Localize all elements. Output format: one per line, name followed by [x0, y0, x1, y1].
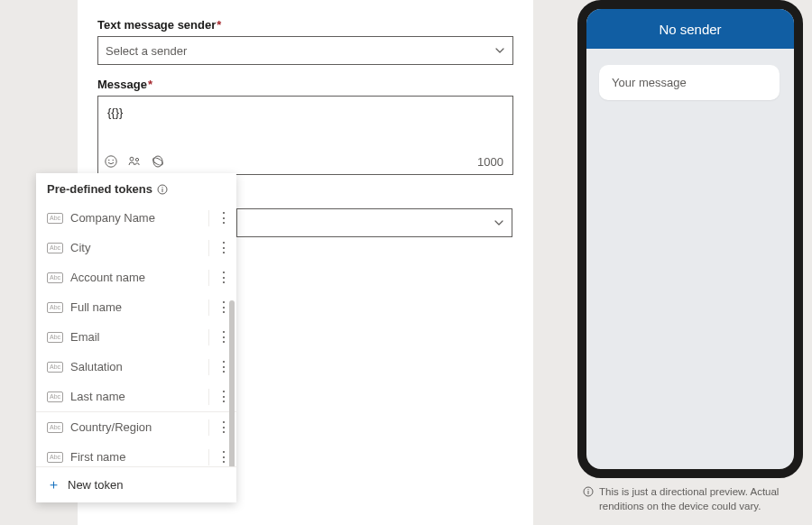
- token-item[interactable]: Abc Country/Region ⋮: [36, 412, 236, 442]
- token-label: Email: [70, 330, 205, 344]
- svg-point-4: [135, 158, 138, 161]
- token-label: Salutation: [70, 360, 205, 373]
- separator: [208, 299, 209, 316]
- sender-label: Text message sender*: [97, 18, 513, 32]
- info-icon: [583, 485, 594, 513]
- svg-rect-9: [162, 189, 163, 192]
- separator: [208, 270, 209, 286]
- phone-preview-panel: No sender Your message This is just a di…: [577, 0, 803, 513]
- token-label: Account name: [70, 271, 205, 284]
- text-type-icon: Abc: [47, 422, 63, 433]
- emoji-icon[interactable]: [104, 154, 118, 169]
- new-token-button[interactable]: ＋ New token: [36, 466, 236, 502]
- new-token-label: New token: [68, 478, 123, 492]
- separator: [208, 359, 209, 375]
- personalize-icon[interactable]: [127, 154, 142, 169]
- chevron-down-icon: [494, 45, 505, 56]
- token-item[interactable]: Abc City ⋮: [36, 233, 236, 262]
- phone-sender-title: No sender: [659, 22, 721, 37]
- phone-frame: No sender Your message: [577, 0, 803, 478]
- token-label: City: [70, 241, 205, 254]
- disclaimer-text: This is just a directional preview. Actu…: [599, 485, 801, 513]
- svg-rect-12: [588, 491, 589, 494]
- more-icon[interactable]: ⋮: [215, 241, 233, 255]
- token-label: Last name: [70, 390, 205, 403]
- token-label: Company Name: [70, 211, 205, 225]
- text-type-icon: Abc: [47, 302, 63, 313]
- sender-select[interactable]: Select a sender: [97, 36, 513, 65]
- svg-point-6: [152, 156, 163, 166]
- separator: [208, 419, 209, 436]
- token-list: Abc Company Name ⋮ Abc City ⋮ Abc Accoun…: [36, 203, 236, 466]
- svg-point-2: [113, 160, 114, 161]
- token-label: Country/Region: [70, 420, 205, 434]
- text-type-icon: Abc: [47, 452, 63, 463]
- svg-point-8: [161, 187, 162, 188]
- char-count: 1000: [477, 155, 503, 169]
- preview-disclaimer: This is just a directional preview. Actu…: [577, 478, 803, 513]
- text-type-icon: Abc: [47, 362, 63, 373]
- text-type-icon: Abc: [47, 272, 63, 283]
- text-type-icon: Abc: [47, 243, 63, 253]
- ai-assist-icon[interactable]: [151, 154, 165, 169]
- text-type-icon: Abc: [47, 332, 63, 343]
- secondary-select[interactable]: [236, 208, 512, 237]
- separator: [208, 329, 209, 345]
- chevron-down-icon: [494, 217, 504, 228]
- text-type-icon: Abc: [47, 213, 63, 224]
- info-icon[interactable]: [157, 184, 168, 195]
- more-icon[interactable]: ⋮: [215, 211, 233, 226]
- token-item[interactable]: Abc Email ⋮: [36, 322, 236, 352]
- message-label: Message*: [97, 78, 513, 91]
- separator: [208, 210, 209, 226]
- token-item[interactable]: Abc Account name ⋮: [36, 262, 236, 292]
- token-item[interactable]: Abc Company Name ⋮: [36, 203, 236, 233]
- svg-point-1: [108, 160, 109, 161]
- scrollbar-thumb[interactable]: [229, 300, 235, 466]
- token-label: Full name: [70, 300, 205, 314]
- svg-point-0: [106, 156, 116, 167]
- sender-field: Text message sender* Select a sender: [97, 18, 513, 65]
- token-popup-header: Pre-defined tokens: [36, 173, 236, 203]
- token-popup: Pre-defined tokens Abc Company Name ⋮ Ab…: [36, 173, 236, 502]
- token-item[interactable]: Abc Last name ⋮: [36, 382, 236, 411]
- text-type-icon: Abc: [47, 391, 63, 402]
- message-editor[interactable]: {{}} 1000: [97, 96, 513, 175]
- phone-header: No sender: [586, 9, 794, 49]
- sender-label-text: Text message sender: [97, 18, 216, 32]
- message-toolbar: 1000: [98, 151, 512, 174]
- svg-point-11: [587, 489, 588, 490]
- separator: [208, 449, 209, 465]
- svg-point-3: [130, 157, 134, 161]
- message-bubble: Your message: [599, 65, 780, 100]
- sender-placeholder: Select a sender: [106, 44, 187, 58]
- message-label-text: Message: [97, 78, 147, 91]
- token-item[interactable]: Abc Salutation ⋮: [36, 352, 236, 382]
- token-label: First name: [70, 450, 205, 464]
- token-item[interactable]: Abc First name ⋮: [36, 442, 236, 466]
- plus-icon: ＋: [47, 476, 60, 493]
- required-asterisk: *: [217, 18, 221, 32]
- more-icon[interactable]: ⋮: [215, 271, 233, 285]
- required-asterisk: *: [148, 78, 152, 91]
- token-popup-title: Pre-defined tokens: [47, 182, 152, 196]
- separator: [208, 389, 209, 405]
- separator: [208, 240, 209, 256]
- bubble-text: Your message: [612, 76, 687, 89]
- token-item[interactable]: Abc Full name ⋮: [36, 292, 236, 322]
- message-body[interactable]: {{}}: [98, 97, 512, 151]
- message-field: Message* {{}} 1000: [97, 78, 513, 175]
